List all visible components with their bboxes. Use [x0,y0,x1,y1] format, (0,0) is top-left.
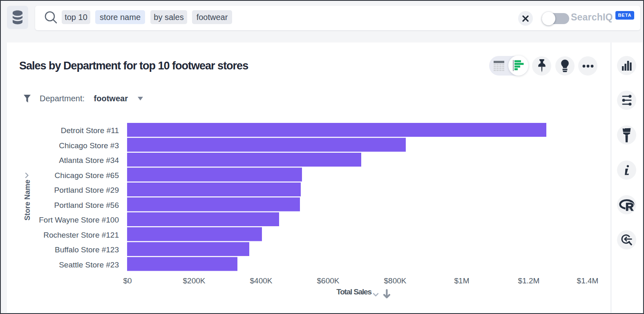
svg-text:$1.2M: $1.2M [518,276,540,285]
svg-text:$0: $0 [123,276,132,285]
svg-text:$600K: $600K [317,276,340,285]
svg-text:Atlanta Store #34: Atlanta Store #34 [59,156,119,165]
svg-text:Chicago Store #65: Chicago Store #65 [55,171,119,180]
svg-text:Portland Store #29: Portland Store #29 [54,186,119,194]
svg-text:Total Sales: Total Sales [336,287,371,296]
svg-text:$200K: $200K [183,276,206,285]
svg-text:Seattle Store #23: Seattle Store #23 [59,261,119,269]
svg-text:$800K: $800K [384,276,407,285]
svg-text:Detroit Store #11: Detroit Store #11 [61,126,119,135]
svg-text:Buffalo Store #123: Buffalo Store #123 [55,245,119,254]
svg-text:Rochester Store #121: Rochester Store #121 [43,231,119,239]
svg-text:Portland Store #56: Portland Store #56 [54,201,119,209]
svg-text:Chicago Store #3: Chicago Store #3 [59,141,119,150]
svg-text:$400K: $400K [250,276,273,285]
svg-text:Fort Wayne Store #100: Fort Wayne Store #100 [39,216,119,224]
svg-text:$1M: $1M [454,276,470,285]
svg-text:$1.4M: $1.4M [577,276,599,285]
svg-text:Store Name: Store Name [23,180,31,220]
